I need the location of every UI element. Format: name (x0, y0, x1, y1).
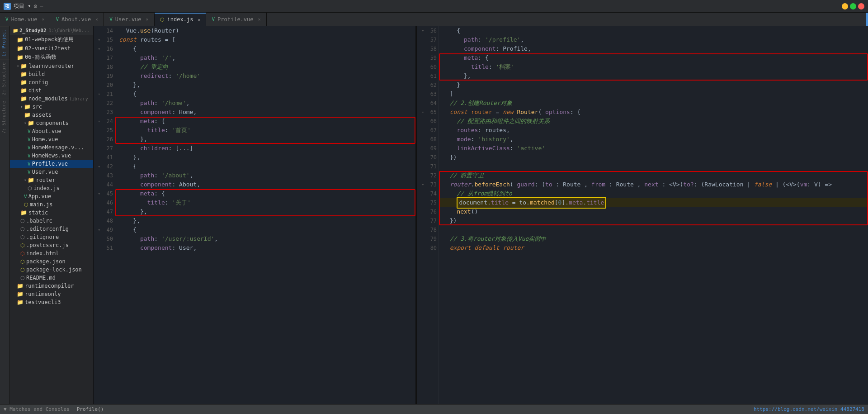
tree-webpack[interactable]: 📁 01-webpack的使用 (10, 35, 93, 44)
json-file-icon: ⬡ (20, 267, 25, 273)
status-url[interactable]: https://blog.csdn.net/weixin_44827418 (754, 406, 864, 412)
tree-postcssrc[interactable]: ⬡ .postcssrc.js (10, 241, 93, 249)
tree-dist[interactable]: 📁 dist (10, 86, 93, 95)
tree-index-html[interactable]: ⬡ index.html (10, 249, 93, 257)
folder-icon: 📁 (20, 87, 27, 94)
tree-editorconfig[interactable]: ⬡ .editorconfig (10, 225, 93, 233)
tab-index[interactable]: ⬡ index.js ✕ (155, 13, 207, 26)
tree-item-label: main.js (30, 201, 53, 208)
vue-file-icon: V (28, 145, 31, 151)
tree-item-label: .postcssrc.js (26, 242, 69, 248)
project-title[interactable]: 项目 ▾ (14, 2, 31, 10)
right-editor-pane: 56 57 58 59 60 61 62 63 64 65 66 67 68 6… (417, 26, 868, 404)
folder-icon: 📁 (28, 177, 34, 183)
line-16: 16 (94, 44, 115, 53)
tree-learnvuerouter[interactable]: ▾ 📁 learnvuerouter (10, 62, 93, 70)
tree-gitignore[interactable]: ⬡ .gitignore (10, 233, 93, 241)
vue-icon: V (109, 16, 113, 22)
settings-icon[interactable]: ⚙ (33, 3, 37, 10)
vue-file-icon: V (24, 194, 27, 200)
tree-runtimecompiler[interactable]: 📁 runtimecompiler (10, 282, 93, 290)
tree-user-vue[interactable]: V User.vue (10, 168, 93, 176)
tree-package-lock[interactable]: ⬡ package-lock.json (10, 266, 93, 274)
tab-profile[interactable]: V Profile.vue ✕ (206, 13, 266, 26)
tree-config[interactable]: 📁 config (10, 78, 93, 86)
tab-close-home[interactable]: ✕ (42, 17, 44, 22)
bottom-panel-label[interactable]: ▼ Matches and Consoles (4, 406, 70, 412)
rline-67: 67 (417, 126, 439, 135)
rline-74: 74 (417, 189, 439, 198)
tree-build[interactable]: 📁 build (10, 70, 93, 78)
tree-package-json[interactable]: ⬡ package.json (10, 257, 93, 266)
rline-79: 79 (417, 234, 439, 243)
tree-src[interactable]: ▾ 📁 src (10, 103, 93, 111)
tree-homemessage-vue[interactable]: V HomeMessage.v... (10, 143, 93, 152)
code-line-51: component: User, (115, 243, 415, 252)
right-code-content[interactable]: { path: '/profile', component: Profile, … (439, 26, 868, 404)
tree-static[interactable]: 📁 static (10, 209, 93, 217)
tree-item-label: HomeMessage.v... (32, 144, 85, 151)
rcode-73: router.beforeEach( guard: (to : Route , … (439, 180, 868, 189)
tab-close-index[interactable]: ✕ (198, 17, 200, 22)
html-file-icon: ⬡ (20, 251, 25, 257)
tree-app-vue[interactable]: V App.vue (10, 192, 93, 200)
tree-item-label: .gitignore (26, 234, 59, 240)
folder-icon: 📁 (17, 37, 24, 43)
tree-babelrc[interactable]: ⬡ .babelrc (10, 217, 93, 225)
tab-close-about[interactable]: ✕ (95, 17, 98, 22)
tree-main-js[interactable]: ⬡ main.js (10, 200, 93, 209)
rline-68: 68 (417, 135, 439, 144)
tree-runtimeonly[interactable]: 📁 runtimeonly (10, 290, 93, 298)
rline-73: 73 (417, 180, 439, 189)
beforeeach-block: // 前置守卫 router.beforeEach( guard: (to : … (439, 171, 868, 225)
line-50: 50 (94, 234, 115, 243)
tab-home[interactable]: V Home.vue ✕ (0, 13, 50, 26)
maximize-button[interactable] (850, 3, 856, 10)
code-line-45: meta: { (115, 189, 415, 198)
file-icon: ⬡ (20, 275, 25, 281)
code-line-49: { (115, 225, 415, 234)
tree-homenews-vue[interactable]: V HomeNews.vue (10, 152, 93, 160)
tab-about[interactable]: V About.vue ✕ (50, 13, 104, 26)
left-code-content[interactable]: Vue.use(Router) const routes = [ { path:… (115, 26, 415, 404)
project-root[interactable]: 📁 2_Study02 D:\CWork\Web... (10, 26, 93, 35)
rline-64: 64 (417, 99, 439, 108)
minimize-button[interactable] (842, 3, 848, 10)
line-46: 46 (94, 198, 115, 207)
close-button[interactable] (858, 3, 864, 10)
tab-about-label: About.vue (61, 16, 91, 23)
tree-item-label: Profile.vue (32, 161, 68, 167)
rline-65: 65 (417, 108, 439, 117)
left-panel-tabs: 1: Project 2: Structure 7: Structure (0, 26, 10, 404)
tree-router-folder[interactable]: ▾ 📁 router (10, 176, 93, 184)
tree-item-label: static (28, 209, 48, 216)
tab-close-profile[interactable]: ✕ (258, 17, 261, 22)
tab-user[interactable]: V User.vue ✕ (104, 13, 154, 26)
tree-about-vue[interactable]: V About.vue (10, 127, 93, 135)
tree-profile-vue[interactable]: V Profile.vue (10, 160, 93, 168)
panel-tab-project[interactable]: 1: Project (0, 26, 9, 59)
tab-close-user[interactable]: ✕ (146, 17, 149, 22)
tree-testvuecli3[interactable]: 📁 testvuecli3 (10, 298, 93, 306)
minimize-icon[interactable]: − (40, 3, 43, 10)
tree-components[interactable]: ▾ 📁 components (10, 119, 93, 127)
code-line-41: }, (115, 153, 415, 162)
panel-tab-structure[interactable]: 2: Structure (0, 59, 9, 98)
tree-item-label: router (36, 177, 55, 183)
rline-75: 75 (417, 198, 439, 207)
tree-readme[interactable]: ⬡ README.md (10, 274, 93, 282)
tree-home-vue[interactable]: V Home.vue (10, 135, 93, 143)
tree-item-label: Home.vue (32, 136, 58, 143)
tree-index-js[interactable]: ⬡ index.js (10, 184, 93, 192)
panel-tab-favorites[interactable]: 7: Structure (0, 98, 9, 136)
rcode-69: linkActiveClass: 'active' (439, 144, 868, 153)
tree-arrow[interactable]: 📁 06-箭头函数 (10, 52, 93, 62)
folder-icon: 📁 (17, 299, 24, 305)
line-17: 17 (94, 53, 115, 62)
tab-home-label: Home.vue (11, 16, 38, 23)
rline-71: 71 (417, 162, 439, 171)
status-right: https://blog.csdn.net/weixin_44827418 (754, 406, 864, 412)
tree-vuecli2[interactable]: 📁 02-vuecli2test (10, 44, 93, 52)
tree-assets[interactable]: 📁 assets (10, 111, 93, 119)
tree-node-modules[interactable]: 📁 node_modules library (10, 95, 93, 103)
